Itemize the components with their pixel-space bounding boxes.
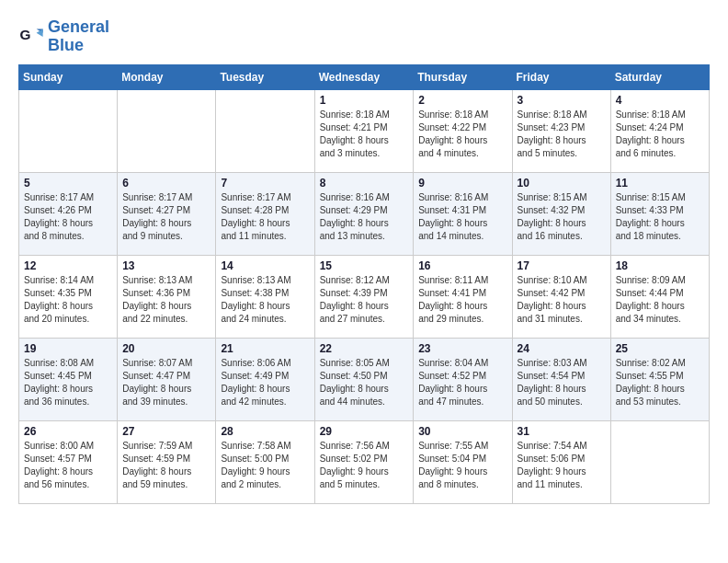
day-number: 14 (221, 259, 309, 272)
day-info: Sunrise: 8:09 AM Sunset: 4:44 PM Dayligh… (616, 274, 704, 326)
day-info: Sunrise: 8:05 AM Sunset: 4:50 PM Dayligh… (320, 357, 409, 408)
calendar-cell: 28Sunrise: 7:58 AM Sunset: 5:00 PM Dayli… (216, 420, 314, 503)
calendar-cell: 24Sunrise: 8:03 AM Sunset: 4:54 PM Dayli… (512, 338, 610, 420)
day-info: Sunrise: 8:04 AM Sunset: 4:52 PM Dayligh… (418, 357, 506, 408)
weekday-header-sunday: Sunday (19, 64, 118, 89)
day-number: 3 (518, 94, 606, 107)
day-info: Sunrise: 8:16 AM Sunset: 4:31 PM Dayligh… (418, 191, 506, 243)
weekday-header-saturday: Saturday (610, 64, 709, 89)
calendar-cell (118, 89, 216, 172)
calendar-cell: 17Sunrise: 8:10 AM Sunset: 4:42 PM Dayli… (512, 255, 610, 338)
logo: G General Blue (18, 18, 109, 55)
day-number: 11 (616, 177, 704, 190)
page-header: G General Blue (18, 18, 710, 55)
day-info: Sunrise: 8:13 AM Sunset: 4:36 PM Dayligh… (122, 274, 210, 326)
calendar-cell: 2Sunrise: 8:18 AM Sunset: 4:22 PM Daylig… (414, 89, 512, 172)
calendar-cell: 19Sunrise: 8:08 AM Sunset: 4:45 PM Dayli… (19, 338, 118, 420)
day-info: Sunrise: 8:18 AM Sunset: 4:22 PM Dayligh… (418, 109, 506, 160)
calendar-cell: 27Sunrise: 7:59 AM Sunset: 4:59 PM Dayli… (118, 420, 216, 503)
calendar-cell: 30Sunrise: 7:55 AM Sunset: 5:04 PM Dayli… (414, 420, 512, 503)
day-number: 21 (221, 342, 309, 355)
calendar-cell: 31Sunrise: 7:54 AM Sunset: 5:06 PM Dayli… (512, 420, 610, 503)
day-info: Sunrise: 8:06 AM Sunset: 4:49 PM Dayligh… (221, 357, 309, 408)
day-number: 22 (320, 342, 409, 355)
calendar-cell: 7Sunrise: 8:17 AM Sunset: 4:28 PM Daylig… (216, 172, 314, 255)
day-info: Sunrise: 7:55 AM Sunset: 5:04 PM Dayligh… (418, 440, 506, 491)
calendar-week-row: 26Sunrise: 8:00 AM Sunset: 4:57 PM Dayli… (19, 420, 710, 503)
calendar-cell: 9Sunrise: 8:16 AM Sunset: 4:31 PM Daylig… (414, 172, 512, 255)
day-number: 20 (122, 342, 210, 355)
day-number: 24 (518, 342, 606, 355)
day-number: 23 (418, 342, 506, 355)
day-info: Sunrise: 8:15 AM Sunset: 4:32 PM Dayligh… (518, 191, 606, 243)
day-number: 28 (221, 425, 309, 438)
day-info: Sunrise: 8:03 AM Sunset: 4:54 PM Dayligh… (518, 357, 606, 408)
calendar-week-row: 19Sunrise: 8:08 AM Sunset: 4:45 PM Dayli… (19, 338, 710, 420)
day-number: 26 (24, 425, 112, 438)
day-info: Sunrise: 8:11 AM Sunset: 4:41 PM Dayligh… (418, 274, 506, 326)
calendar-cell: 14Sunrise: 8:13 AM Sunset: 4:38 PM Dayli… (216, 255, 314, 338)
day-info: Sunrise: 8:12 AM Sunset: 4:39 PM Dayligh… (320, 274, 409, 326)
calendar-cell: 26Sunrise: 8:00 AM Sunset: 4:57 PM Dayli… (19, 420, 118, 503)
day-info: Sunrise: 8:16 AM Sunset: 4:29 PM Dayligh… (320, 191, 409, 243)
day-info: Sunrise: 8:10 AM Sunset: 4:42 PM Dayligh… (518, 274, 606, 326)
day-info: Sunrise: 8:15 AM Sunset: 4:33 PM Dayligh… (616, 191, 704, 243)
day-number: 13 (122, 259, 210, 272)
calendar-cell: 15Sunrise: 8:12 AM Sunset: 4:39 PM Dayli… (314, 255, 414, 338)
calendar-cell: 4Sunrise: 8:18 AM Sunset: 4:24 PM Daylig… (610, 89, 709, 172)
weekday-header-row: SundayMondayTuesdayWednesdayThursdayFrid… (19, 64, 710, 89)
day-number: 2 (418, 94, 506, 107)
calendar-table: SundayMondayTuesdayWednesdayThursdayFrid… (18, 64, 710, 504)
day-info: Sunrise: 8:07 AM Sunset: 4:47 PM Dayligh… (122, 357, 210, 408)
day-info: Sunrise: 8:08 AM Sunset: 4:45 PM Dayligh… (24, 357, 112, 408)
calendar-cell: 3Sunrise: 8:18 AM Sunset: 4:23 PM Daylig… (512, 89, 610, 172)
calendar-cell: 16Sunrise: 8:11 AM Sunset: 4:41 PM Dayli… (414, 255, 512, 338)
calendar-cell (19, 89, 118, 172)
day-number: 25 (616, 342, 704, 355)
day-info: Sunrise: 8:02 AM Sunset: 4:55 PM Dayligh… (616, 357, 704, 408)
day-number: 6 (122, 177, 210, 190)
calendar-cell (610, 420, 709, 503)
day-number: 10 (518, 177, 606, 190)
svg-text:G: G (19, 27, 30, 42)
day-info: Sunrise: 8:17 AM Sunset: 4:28 PM Dayligh… (221, 191, 309, 243)
calendar-cell: 20Sunrise: 8:07 AM Sunset: 4:47 PM Dayli… (118, 338, 216, 420)
calendar-week-row: 5Sunrise: 8:17 AM Sunset: 4:26 PM Daylig… (19, 172, 710, 255)
day-number: 7 (221, 177, 309, 190)
calendar-cell (216, 89, 314, 172)
calendar-cell: 10Sunrise: 8:15 AM Sunset: 4:32 PM Dayli… (512, 172, 610, 255)
day-number: 12 (24, 259, 112, 272)
calendar-cell: 23Sunrise: 8:04 AM Sunset: 4:52 PM Dayli… (414, 338, 512, 420)
day-info: Sunrise: 8:17 AM Sunset: 4:26 PM Dayligh… (24, 191, 112, 243)
day-info: Sunrise: 8:18 AM Sunset: 4:23 PM Dayligh… (518, 109, 606, 160)
day-number: 29 (320, 425, 409, 438)
weekday-header-wednesday: Wednesday (314, 64, 414, 89)
logo-icon: G (18, 24, 44, 50)
day-info: Sunrise: 8:14 AM Sunset: 4:35 PM Dayligh… (24, 274, 112, 326)
calendar-week-row: 1Sunrise: 8:18 AM Sunset: 4:21 PM Daylig… (19, 89, 710, 172)
day-number: 19 (24, 342, 112, 355)
calendar-cell: 12Sunrise: 8:14 AM Sunset: 4:35 PM Dayli… (19, 255, 118, 338)
calendar-cell: 13Sunrise: 8:13 AM Sunset: 4:36 PM Dayli… (118, 255, 216, 338)
calendar-cell: 6Sunrise: 8:17 AM Sunset: 4:27 PM Daylig… (118, 172, 216, 255)
day-number: 5 (24, 177, 112, 190)
calendar-cell: 21Sunrise: 8:06 AM Sunset: 4:49 PM Dayli… (216, 338, 314, 420)
day-info: Sunrise: 7:54 AM Sunset: 5:06 PM Dayligh… (518, 440, 606, 491)
calendar-cell: 22Sunrise: 8:05 AM Sunset: 4:50 PM Dayli… (314, 338, 414, 420)
day-info: Sunrise: 8:13 AM Sunset: 4:38 PM Dayligh… (221, 274, 309, 326)
calendar-cell: 5Sunrise: 8:17 AM Sunset: 4:26 PM Daylig… (19, 172, 118, 255)
calendar-cell: 18Sunrise: 8:09 AM Sunset: 4:44 PM Dayli… (610, 255, 709, 338)
day-number: 27 (122, 425, 210, 438)
day-info: Sunrise: 8:18 AM Sunset: 4:21 PM Dayligh… (320, 109, 409, 160)
weekday-header-monday: Monday (118, 64, 216, 89)
day-number: 15 (320, 259, 409, 272)
day-info: Sunrise: 7:59 AM Sunset: 4:59 PM Dayligh… (122, 440, 210, 491)
calendar-cell: 25Sunrise: 8:02 AM Sunset: 4:55 PM Dayli… (610, 338, 709, 420)
day-number: 31 (518, 425, 606, 438)
day-number: 30 (418, 425, 506, 438)
calendar-week-row: 12Sunrise: 8:14 AM Sunset: 4:35 PM Dayli… (19, 255, 710, 338)
day-info: Sunrise: 7:58 AM Sunset: 5:00 PM Dayligh… (221, 440, 309, 491)
weekday-header-friday: Friday (512, 64, 610, 89)
day-info: Sunrise: 8:17 AM Sunset: 4:27 PM Dayligh… (122, 191, 210, 243)
calendar-cell: 1Sunrise: 8:18 AM Sunset: 4:21 PM Daylig… (314, 89, 414, 172)
